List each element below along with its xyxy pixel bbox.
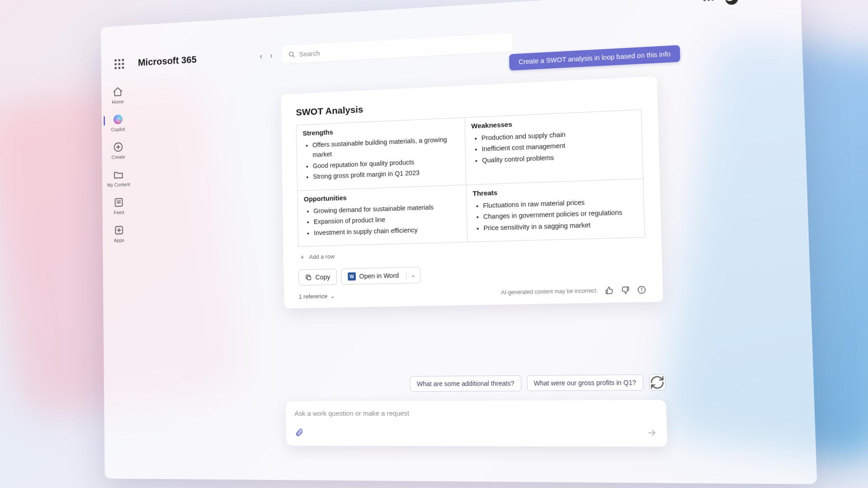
svg-rect-4 [307, 276, 311, 280]
nav-arrows: ‹ › [260, 51, 273, 61]
refresh-icon [649, 375, 665, 390]
rail-home[interactable]: Home [112, 86, 124, 104]
rail-create-label: Create [112, 154, 125, 160]
app-launcher-icon[interactable] [112, 56, 127, 72]
reply-actions: Copy W Open in Word ⌄ [298, 262, 646, 286]
references-label: 1 reference [299, 293, 328, 300]
assistant-reply-card: SWOT Analysis Strengths Offers sustainab… [281, 76, 663, 308]
search-icon [288, 51, 295, 58]
swot-strengths-cell: Strengths Offers sustainable building ma… [296, 117, 466, 191]
open-in-word-button[interactable]: W Open in Word ⌄ [341, 267, 420, 285]
avatar[interactable] [725, 0, 739, 5]
references-toggle[interactable]: 1 reference ⌄ [299, 292, 335, 300]
brand-label: Microsoft 365 [138, 54, 197, 68]
swot-threats-label: Threats [472, 184, 637, 197]
plus-icon: ＋ [299, 253, 306, 262]
nav-forward-icon[interactable]: › [270, 51, 273, 60]
rail-copilot[interactable]: Copilot [111, 113, 125, 132]
home-icon [113, 86, 123, 98]
send-button[interactable] [646, 427, 657, 440]
report-icon[interactable] [637, 285, 646, 295]
rail-create[interactable]: Create [112, 141, 125, 160]
side-rail: Home Copilot Create My Content Feed Apps [101, 85, 136, 243]
swot-table: Strengths Offers sustainable building ma… [296, 109, 645, 247]
copy-label: Copy [316, 273, 330, 281]
chevron-down-icon[interactable]: ⌄ [406, 271, 420, 280]
rail-home-label: Home [112, 99, 124, 105]
open-in-word-label: Open in Word [359, 272, 399, 280]
disclaimer-label: AI-generated content may be incorrect. [501, 287, 598, 296]
send-icon [646, 427, 657, 438]
create-icon [113, 141, 124, 153]
rail-copilot-label: Copilot [111, 127, 125, 132]
svg-rect-2 [115, 198, 123, 206]
thumbs-down-icon[interactable] [621, 286, 631, 295]
titlebar: ••• ─ ▢ ✕ [691, 0, 801, 11]
search-box[interactable] [282, 33, 513, 64]
reply-footer: 1 reference ⌄ AI-generated content may b… [299, 285, 647, 301]
feed-icon [113, 197, 124, 208]
word-icon: W [348, 272, 356, 281]
copilot-icon [113, 113, 123, 125]
chat-input[interactable] [294, 408, 656, 417]
paperclip-icon [295, 428, 304, 437]
swot-threats-cell: Threats Fluctuations in raw material pri… [466, 178, 645, 242]
apps-icon [113, 225, 124, 236]
rail-mycontent-label: My Content [107, 182, 130, 188]
more-icon[interactable]: ••• [703, 0, 715, 5]
chevron-down-icon: ⌄ [330, 292, 335, 299]
nav-back-icon[interactable]: ‹ [260, 52, 263, 61]
search-input[interactable] [299, 39, 506, 58]
suggestion-row: What are some additional threats? What w… [285, 374, 666, 392]
rail-feed-label: Feed [113, 210, 124, 215]
app-window: ••• ─ ▢ ✕ Microsoft 365 ‹ › [101, 0, 817, 484]
add-row-label: Add a row [309, 253, 335, 260]
thumbs-up-icon[interactable] [604, 286, 614, 296]
rail-apps[interactable]: Apps [113, 225, 124, 243]
rail-feed[interactable]: Feed [113, 197, 124, 215]
chat-input-box[interactable] [286, 400, 667, 446]
swot-weaknesses-cell: Weaknesses Production and supply chain I… [464, 110, 643, 185]
copy-button[interactable]: Copy [298, 269, 337, 286]
suggestion-chip[interactable]: What were our gross profits in Q1? [527, 375, 644, 391]
copy-icon [305, 274, 312, 281]
attach-button[interactable] [295, 428, 304, 439]
regenerate-button[interactable] [649, 374, 665, 390]
folder-icon [113, 169, 124, 181]
minimize-icon[interactable]: ─ [748, 0, 755, 1]
feedback-group [604, 285, 646, 296]
rail-apps-label: Apps [114, 238, 124, 243]
rail-mycontent[interactable]: My Content [107, 169, 130, 188]
suggestion-chip[interactable]: What are some additional threats? [410, 375, 522, 392]
header: Microsoft 365 ‹ › [109, 13, 793, 77]
swot-opportunities-cell: Opportunities Growing demand for sustain… [297, 185, 467, 247]
swot-opportunities-label: Opportunities [304, 190, 460, 203]
add-row-button[interactable]: ＋ Add a row [298, 242, 646, 263]
